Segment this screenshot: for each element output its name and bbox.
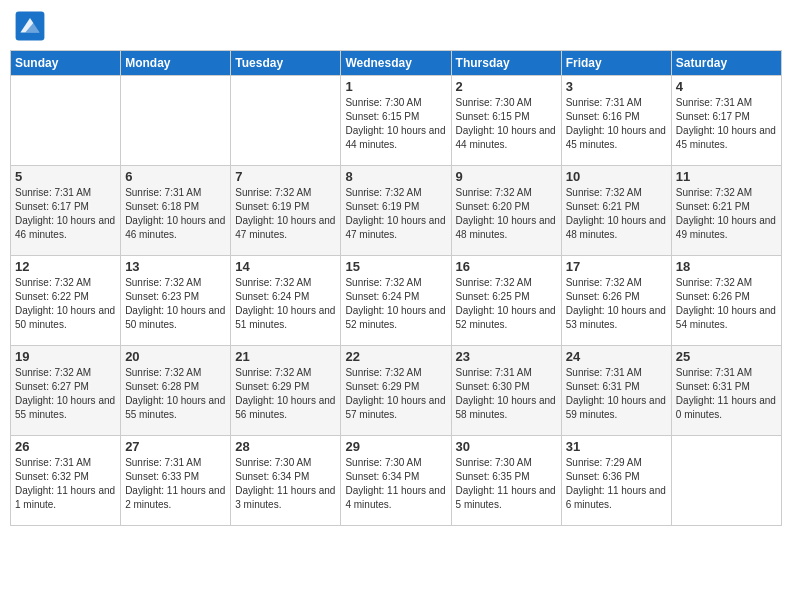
calendar-cell: 5Sunrise: 7:31 AMSunset: 6:17 PMDaylight… [11,166,121,256]
calendar-week-4: 19Sunrise: 7:32 AMSunset: 6:27 PMDayligh… [11,346,782,436]
day-number: 5 [15,169,116,184]
day-number: 27 [125,439,226,454]
calendar-header-row: SundayMondayTuesdayWednesdayThursdayFrid… [11,51,782,76]
calendar-cell: 27Sunrise: 7:31 AMSunset: 6:33 PMDayligh… [121,436,231,526]
day-info: Sunrise: 7:32 AMSunset: 6:27 PMDaylight:… [15,366,116,422]
calendar-cell: 25Sunrise: 7:31 AMSunset: 6:31 PMDayligh… [671,346,781,436]
day-info: Sunrise: 7:31 AMSunset: 6:32 PMDaylight:… [15,456,116,512]
day-number: 4 [676,79,777,94]
calendar-cell: 12Sunrise: 7:32 AMSunset: 6:22 PMDayligh… [11,256,121,346]
calendar-cell: 20Sunrise: 7:32 AMSunset: 6:28 PMDayligh… [121,346,231,436]
calendar-cell: 21Sunrise: 7:32 AMSunset: 6:29 PMDayligh… [231,346,341,436]
day-number: 23 [456,349,557,364]
calendar-week-2: 5Sunrise: 7:31 AMSunset: 6:17 PMDaylight… [11,166,782,256]
weekday-header-saturday: Saturday [671,51,781,76]
calendar-cell: 1Sunrise: 7:30 AMSunset: 6:15 PMDaylight… [341,76,451,166]
day-number: 28 [235,439,336,454]
day-number: 17 [566,259,667,274]
day-info: Sunrise: 7:31 AMSunset: 6:31 PMDaylight:… [566,366,667,422]
day-number: 29 [345,439,446,454]
day-number: 24 [566,349,667,364]
calendar-week-5: 26Sunrise: 7:31 AMSunset: 6:32 PMDayligh… [11,436,782,526]
calendar-cell: 13Sunrise: 7:32 AMSunset: 6:23 PMDayligh… [121,256,231,346]
day-info: Sunrise: 7:30 AMSunset: 6:34 PMDaylight:… [235,456,336,512]
day-number: 20 [125,349,226,364]
day-info: Sunrise: 7:30 AMSunset: 6:15 PMDaylight:… [456,96,557,152]
calendar-cell: 19Sunrise: 7:32 AMSunset: 6:27 PMDayligh… [11,346,121,436]
calendar-cell: 6Sunrise: 7:31 AMSunset: 6:18 PMDaylight… [121,166,231,256]
day-number: 18 [676,259,777,274]
day-info: Sunrise: 7:30 AMSunset: 6:35 PMDaylight:… [456,456,557,512]
day-info: Sunrise: 7:32 AMSunset: 6:21 PMDaylight:… [676,186,777,242]
day-info: Sunrise: 7:31 AMSunset: 6:33 PMDaylight:… [125,456,226,512]
calendar-cell: 14Sunrise: 7:32 AMSunset: 6:24 PMDayligh… [231,256,341,346]
day-number: 1 [345,79,446,94]
calendar-cell: 22Sunrise: 7:32 AMSunset: 6:29 PMDayligh… [341,346,451,436]
calendar-cell: 16Sunrise: 7:32 AMSunset: 6:25 PMDayligh… [451,256,561,346]
day-number: 30 [456,439,557,454]
day-number: 9 [456,169,557,184]
calendar-cell [11,76,121,166]
calendar-week-3: 12Sunrise: 7:32 AMSunset: 6:22 PMDayligh… [11,256,782,346]
calendar-cell: 4Sunrise: 7:31 AMSunset: 6:17 PMDaylight… [671,76,781,166]
day-number: 19 [15,349,116,364]
day-number: 12 [15,259,116,274]
calendar-cell: 29Sunrise: 7:30 AMSunset: 6:34 PMDayligh… [341,436,451,526]
day-number: 26 [15,439,116,454]
calendar-cell: 23Sunrise: 7:31 AMSunset: 6:30 PMDayligh… [451,346,561,436]
weekday-header-wednesday: Wednesday [341,51,451,76]
page-header [10,10,782,42]
calendar-cell: 11Sunrise: 7:32 AMSunset: 6:21 PMDayligh… [671,166,781,256]
day-number: 6 [125,169,226,184]
logo [14,10,48,42]
calendar-cell: 8Sunrise: 7:32 AMSunset: 6:19 PMDaylight… [341,166,451,256]
logo-icon [14,10,46,42]
day-number: 2 [456,79,557,94]
day-number: 15 [345,259,446,274]
calendar-cell: 28Sunrise: 7:30 AMSunset: 6:34 PMDayligh… [231,436,341,526]
day-number: 3 [566,79,667,94]
day-info: Sunrise: 7:31 AMSunset: 6:30 PMDaylight:… [456,366,557,422]
day-info: Sunrise: 7:32 AMSunset: 6:29 PMDaylight:… [235,366,336,422]
weekday-header-tuesday: Tuesday [231,51,341,76]
calendar-cell: 24Sunrise: 7:31 AMSunset: 6:31 PMDayligh… [561,346,671,436]
day-number: 25 [676,349,777,364]
calendar-cell: 10Sunrise: 7:32 AMSunset: 6:21 PMDayligh… [561,166,671,256]
day-number: 21 [235,349,336,364]
calendar: SundayMondayTuesdayWednesdayThursdayFrid… [10,50,782,526]
calendar-cell: 7Sunrise: 7:32 AMSunset: 6:19 PMDaylight… [231,166,341,256]
calendar-cell: 17Sunrise: 7:32 AMSunset: 6:26 PMDayligh… [561,256,671,346]
day-number: 7 [235,169,336,184]
day-info: Sunrise: 7:31 AMSunset: 6:17 PMDaylight:… [15,186,116,242]
calendar-cell: 9Sunrise: 7:32 AMSunset: 6:20 PMDaylight… [451,166,561,256]
day-info: Sunrise: 7:32 AMSunset: 6:23 PMDaylight:… [125,276,226,332]
day-info: Sunrise: 7:31 AMSunset: 6:18 PMDaylight:… [125,186,226,242]
day-info: Sunrise: 7:31 AMSunset: 6:31 PMDaylight:… [676,366,777,422]
day-info: Sunrise: 7:32 AMSunset: 6:21 PMDaylight:… [566,186,667,242]
calendar-cell: 30Sunrise: 7:30 AMSunset: 6:35 PMDayligh… [451,436,561,526]
day-info: Sunrise: 7:32 AMSunset: 6:20 PMDaylight:… [456,186,557,242]
day-number: 10 [566,169,667,184]
day-info: Sunrise: 7:30 AMSunset: 6:34 PMDaylight:… [345,456,446,512]
calendar-cell [231,76,341,166]
day-info: Sunrise: 7:32 AMSunset: 6:19 PMDaylight:… [345,186,446,242]
calendar-cell: 26Sunrise: 7:31 AMSunset: 6:32 PMDayligh… [11,436,121,526]
calendar-cell: 18Sunrise: 7:32 AMSunset: 6:26 PMDayligh… [671,256,781,346]
day-number: 16 [456,259,557,274]
calendar-week-1: 1Sunrise: 7:30 AMSunset: 6:15 PMDaylight… [11,76,782,166]
day-number: 31 [566,439,667,454]
day-info: Sunrise: 7:32 AMSunset: 6:24 PMDaylight:… [345,276,446,332]
day-info: Sunrise: 7:31 AMSunset: 6:17 PMDaylight:… [676,96,777,152]
day-number: 22 [345,349,446,364]
calendar-cell: 2Sunrise: 7:30 AMSunset: 6:15 PMDaylight… [451,76,561,166]
day-info: Sunrise: 7:31 AMSunset: 6:16 PMDaylight:… [566,96,667,152]
weekday-header-monday: Monday [121,51,231,76]
day-info: Sunrise: 7:32 AMSunset: 6:19 PMDaylight:… [235,186,336,242]
day-info: Sunrise: 7:30 AMSunset: 6:15 PMDaylight:… [345,96,446,152]
day-number: 11 [676,169,777,184]
weekday-header-friday: Friday [561,51,671,76]
day-number: 8 [345,169,446,184]
day-number: 13 [125,259,226,274]
calendar-cell: 3Sunrise: 7:31 AMSunset: 6:16 PMDaylight… [561,76,671,166]
day-number: 14 [235,259,336,274]
